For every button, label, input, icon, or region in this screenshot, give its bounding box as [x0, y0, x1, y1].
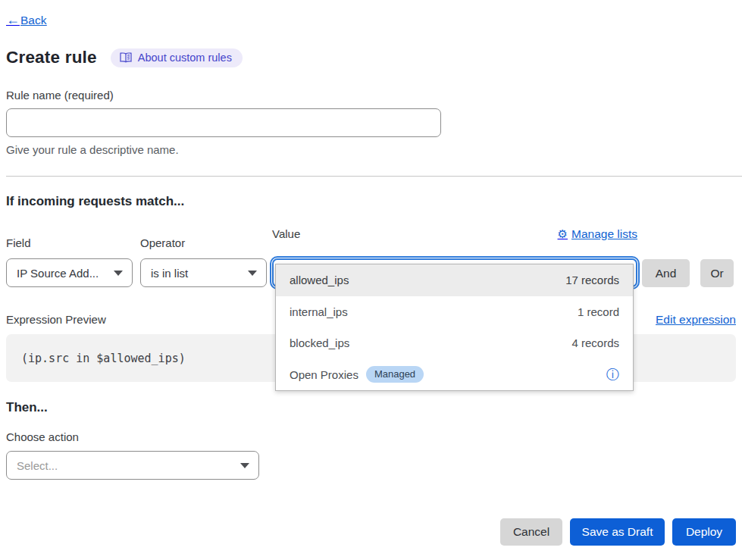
deploy-button[interactable]: Deploy [672, 518, 736, 546]
value-dropdown-menu: allowed_ips 17 records internal_ips 1 re… [275, 264, 634, 391]
manage-lists-link[interactable]: ⚙ Manage lists [558, 227, 637, 241]
info-icon[interactable]: ⓘ [606, 368, 619, 381]
chevron-down-icon [114, 271, 123, 276]
operator-column: Operator is in list [140, 236, 267, 287]
create-rule-page: ←Back Create rule About custom rules Rul… [0, 0, 742, 480]
list-option-name-text: Open Proxies [290, 368, 358, 381]
value-column: Value ⚙ Manage lists allowed_ips 17 reco… [272, 227, 637, 287]
save-as-draft-button[interactable]: Save as Draft [570, 518, 665, 546]
back-arrow-icon: ← [6, 12, 20, 28]
rule-name-helper-text: Give your rule a descriptive name. [6, 143, 736, 156]
page-title: Create rule [6, 48, 97, 67]
choose-action-label: Choose action [6, 430, 736, 443]
managed-badge: Managed [366, 366, 424, 383]
title-row: Create rule About custom rules [6, 48, 736, 67]
list-option-records: 17 records [565, 274, 619, 286]
operator-select[interactable]: is in list [140, 258, 267, 287]
value-label: Value [272, 227, 300, 240]
field-select[interactable]: IP Source Add... [6, 258, 133, 287]
field-column: Field IP Source Add... [6, 236, 133, 287]
action-select-placeholder: Select... [17, 459, 233, 472]
rule-name-input[interactable] [6, 108, 441, 137]
list-option-name: allowed_ips [290, 274, 565, 286]
chevron-down-icon [248, 271, 257, 276]
expression-code: (ip.src in $allowed_ips) [21, 352, 186, 365]
about-custom-rules-link[interactable]: About custom rules [111, 48, 243, 67]
list-option-name: Open Proxies Managed [290, 366, 606, 383]
or-button[interactable]: Or [700, 259, 734, 287]
back-link-label: Back [20, 14, 46, 27]
list-option-blocked-ips[interactable]: blocked_ips 4 records [276, 327, 633, 359]
logic-buttons: And Or [637, 259, 734, 287]
match-row: Field IP Source Add... Operator is in li… [6, 227, 736, 287]
manage-lists-label: Manage lists [571, 227, 637, 241]
list-option-internal-ips[interactable]: internal_ips 1 record [276, 296, 633, 328]
chevron-down-icon [240, 463, 249, 468]
operator-label: Operator [140, 236, 267, 249]
then-section-heading: Then... [6, 400, 736, 415]
list-option-allowed-ips[interactable]: allowed_ips 17 records [276, 264, 633, 296]
book-icon [120, 52, 132, 63]
section-divider [6, 176, 742, 177]
cancel-button[interactable]: Cancel [500, 518, 562, 546]
expression-preview-label: Expression Preview [6, 313, 106, 326]
list-option-records: 1 record [578, 305, 619, 318]
value-header: Value ⚙ Manage lists [272, 227, 637, 249]
footer-actions: Cancel Save as Draft Deploy [500, 518, 736, 546]
rule-name-block: Rule name (required) Give your rule a de… [6, 89, 736, 156]
list-option-name: internal_ips [290, 305, 578, 318]
about-custom-rules-label: About custom rules [138, 52, 232, 64]
and-button[interactable]: And [642, 259, 690, 287]
list-option-records: 4 records [571, 336, 619, 349]
field-label: Field [6, 236, 133, 249]
edit-expression-link[interactable]: Edit expression [656, 313, 736, 327]
field-select-value: IP Source Add... [17, 267, 106, 280]
rule-name-label: Rule name (required) [6, 89, 736, 102]
list-option-open-proxies[interactable]: Open Proxies Managed ⓘ [276, 359, 633, 391]
match-section-heading: If incoming requests match... [6, 194, 736, 209]
back-link[interactable]: ←Back [6, 12, 46, 28]
operator-select-value: is in list [151, 267, 240, 280]
gear-icon: ⚙ [558, 227, 568, 241]
action-select[interactable]: Select... [6, 451, 259, 480]
list-option-name: blocked_ips [290, 336, 571, 349]
